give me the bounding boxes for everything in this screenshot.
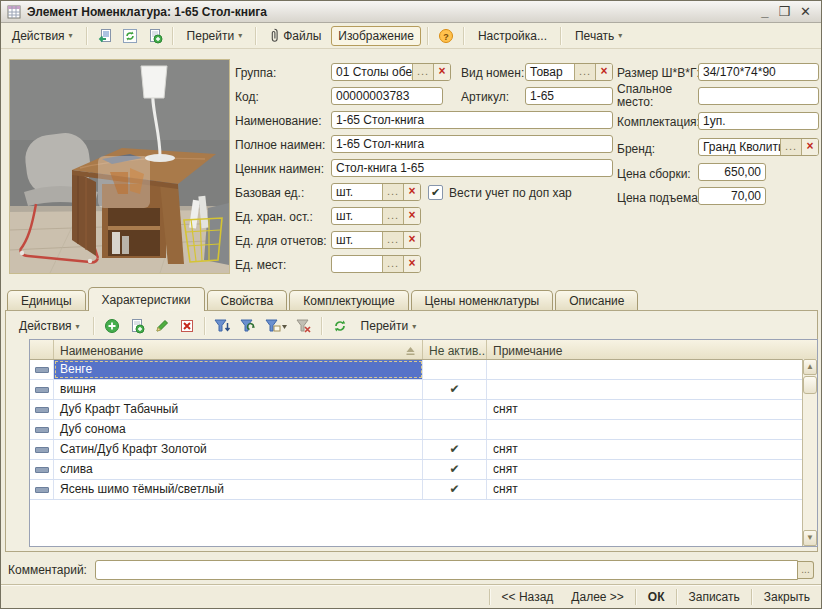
row-note-cell[interactable] [487, 420, 817, 439]
row-name-cell[interactable]: Венге [54, 360, 423, 379]
table-row[interactable]: Сатин/Дуб Крафт Золотой✔снят [30, 440, 817, 460]
bundle-value[interactable]: 1уп. [699, 113, 818, 129]
actions-menu-button[interactable]: Действия ▾ [5, 26, 80, 46]
table-row[interactable]: Дуб сонома [30, 420, 817, 440]
filter-clear-icon[interactable] [293, 316, 315, 336]
report-unit-clear-button[interactable]: × [403, 232, 420, 248]
filter-sort-icon[interactable] [212, 316, 234, 336]
settings-button[interactable]: Настройка... [471, 26, 554, 46]
footer-button-1[interactable]: Далее >> [562, 587, 633, 607]
files-button[interactable]: Файлы [263, 25, 328, 46]
row-inactive-cell[interactable]: ✔ [423, 440, 487, 459]
assembly-price-value[interactable]: 650,00 [699, 164, 765, 180]
row-note-cell[interactable]: снят [487, 400, 817, 419]
places-unit-field[interactable]: ... × [331, 255, 421, 273]
inactive-column-header[interactable]: Не актив.. [423, 340, 487, 359]
size-field[interactable]: 34/170*74*90 [698, 63, 819, 81]
storage-unit-clear-button[interactable]: × [403, 208, 420, 224]
base-unit-value[interactable]: шт. [332, 184, 382, 200]
group-more-button[interactable]: ... [412, 64, 433, 80]
row-inactive-cell[interactable]: ✔ [423, 380, 487, 399]
row-note-cell[interactable]: снят [487, 480, 817, 499]
row-name-cell[interactable]: Сатин/Дуб Крафт Золотой [54, 440, 423, 459]
code-field[interactable]: 00000003783 [331, 87, 443, 105]
table-row[interactable]: Ясень шимо тёмный/светлый✔снят [30, 480, 817, 500]
row-name-cell[interactable]: вишня [54, 380, 423, 399]
copy-item-icon[interactable] [144, 26, 166, 46]
tab-5[interactable]: Описание [555, 290, 638, 311]
price-tag-value[interactable]: Стол-книга 1-65 [332, 160, 612, 176]
base-unit-more-button[interactable]: ... [382, 184, 403, 200]
reread-icon[interactable] [94, 26, 116, 46]
footer-button-0[interactable]: << Назад [493, 587, 563, 607]
kind-clear-button[interactable]: × [595, 64, 612, 80]
filter-history-icon[interactable] [262, 316, 290, 336]
storage-unit-value[interactable]: шт. [332, 208, 382, 224]
bed-field[interactable] [698, 87, 819, 105]
bundle-field[interactable]: 1уп. [698, 112, 819, 130]
tab-2[interactable]: Свойства [207, 290, 288, 311]
minimize-button[interactable]: _ [761, 5, 768, 19]
places-unit-more-button[interactable]: ... [382, 256, 403, 272]
name-column-header[interactable]: Наименование [54, 340, 423, 359]
tab-3[interactable]: Комплектующие [289, 290, 408, 311]
brand-more-button[interactable]: ... [780, 139, 801, 155]
footer-button-4[interactable]: Закрыть [755, 587, 819, 607]
filter-by-value-icon[interactable] [237, 316, 259, 336]
track-chars-checkbox[interactable]: ✔ [428, 185, 443, 200]
grid-actions-menu-button[interactable]: Действия ▾ [12, 316, 87, 336]
report-unit-field[interactable]: шт. ... × [331, 231, 421, 249]
group-clear-button[interactable]: × [433, 64, 450, 80]
price-tag-field[interactable]: Стол-книга 1-65 [331, 159, 613, 177]
places-unit-clear-button[interactable]: × [403, 256, 420, 272]
size-value[interactable]: 34/170*74*90 [699, 64, 818, 80]
goto-menu-button[interactable]: Перейти ▾ [180, 26, 250, 46]
footer-button-3[interactable]: Записать [680, 587, 749, 607]
image-toggle-button[interactable]: Изображение [331, 26, 421, 46]
lifting-price-field[interactable]: 70,00 [698, 187, 766, 205]
bed-value[interactable] [699, 88, 818, 104]
footer-button-2[interactable]: ОК [639, 587, 674, 607]
kind-value[interactable]: Товар [526, 64, 574, 80]
brand-value[interactable]: Гранд Кволити [699, 139, 780, 155]
scrollbar-thumb[interactable] [803, 376, 817, 394]
row-note-cell[interactable]: снят [487, 440, 817, 459]
full-name-field[interactable]: 1-65 Стол-книга [331, 135, 613, 153]
delete-row-icon[interactable] [176, 316, 198, 336]
places-unit-value[interactable] [332, 256, 382, 272]
article-value[interactable]: 1-65 [526, 88, 612, 104]
row-name-cell[interactable]: Ясень шимо тёмный/светлый [54, 480, 423, 499]
row-inactive-cell[interactable] [423, 360, 487, 379]
tab-0[interactable]: Единицы [7, 290, 86, 311]
row-inactive-cell[interactable]: ✔ [423, 460, 487, 479]
tab-1[interactable]: Характеристики [88, 287, 205, 311]
group-field[interactable]: 01 Столы обеден ... × [331, 63, 451, 81]
name-value[interactable]: 1-65 Стол-книга [332, 112, 612, 128]
table-row[interactable]: слива✔снят [30, 460, 817, 480]
row-note-cell[interactable]: снят [487, 460, 817, 479]
kind-field[interactable]: Товар ... × [525, 63, 613, 81]
scroll-down-icon[interactable]: ▼ [803, 530, 817, 546]
base-unit-field[interactable]: шт. ... × [331, 183, 421, 201]
storage-unit-more-button[interactable]: ... [382, 208, 403, 224]
row-note-cell[interactable] [487, 380, 817, 399]
refresh-window-icon[interactable] [119, 26, 141, 46]
storage-unit-field[interactable]: шт. ... × [331, 207, 421, 225]
table-row[interactable]: Венге [30, 360, 817, 380]
base-unit-clear-button[interactable]: × [403, 184, 420, 200]
print-menu-button[interactable]: Печать ▾ [568, 26, 629, 46]
refresh-list-icon[interactable] [329, 316, 351, 336]
copy-row-icon[interactable] [126, 316, 148, 336]
code-value[interactable]: 00000003783 [332, 88, 442, 104]
scroll-up-icon[interactable]: ▲ [803, 359, 817, 375]
report-unit-more-button[interactable]: ... [382, 232, 403, 248]
comment-input[interactable] [95, 560, 798, 580]
kind-more-button[interactable]: ... [574, 64, 595, 80]
row-inactive-cell[interactable]: ✔ [423, 480, 487, 499]
report-unit-value[interactable]: шт. [332, 232, 382, 248]
table-row[interactable]: Дуб Крафт Табачныйснят [30, 400, 817, 420]
row-name-cell[interactable]: Дуб сонома [54, 420, 423, 439]
row-inactive-cell[interactable] [423, 420, 487, 439]
edit-row-icon[interactable] [151, 316, 173, 336]
row-name-cell[interactable]: слива [54, 460, 423, 479]
